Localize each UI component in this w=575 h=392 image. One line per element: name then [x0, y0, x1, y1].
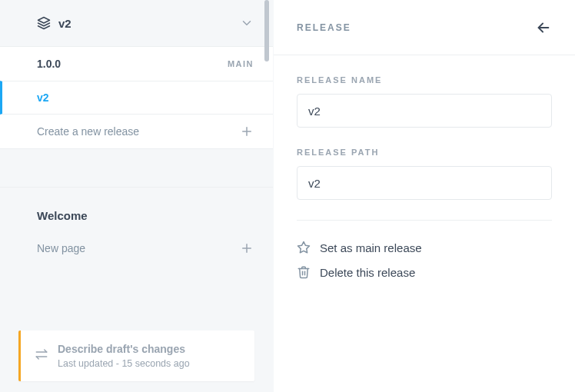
set-main-release-action[interactable]: Set as main release — [297, 241, 552, 254]
panel-header: RELEASE — [274, 0, 575, 55]
set-main-label: Set as main release — [320, 241, 422, 254]
release-name: 1.0.0 — [37, 58, 61, 70]
sidebar-spacer — [0, 149, 273, 188]
divider — [297, 220, 552, 221]
stack-icon — [37, 16, 51, 30]
release-path-input[interactable] — [297, 166, 552, 200]
trash-icon — [297, 265, 311, 279]
create-release-label: Create a new release — [37, 125, 139, 138]
field-label-name: RELEASE NAME — [297, 75, 552, 85]
chevron-down-icon — [240, 16, 254, 30]
release-dropdown-label: v2 — [58, 17, 71, 30]
detail-panel: RELEASE RELEASE NAME RELEASE PATH Set as… — [274, 0, 575, 392]
release-name: v2 — [37, 91, 49, 104]
new-page-label: New page — [37, 242, 85, 254]
field-release-path: RELEASE PATH — [297, 148, 552, 200]
draft-card-container: Describe draft's changes Last updated - … — [0, 331, 273, 392]
pages-heading: Welcome — [0, 209, 273, 231]
draft-card[interactable]: Describe draft's changes Last updated - … — [18, 331, 254, 381]
star-icon — [297, 241, 311, 254]
draft-subtitle: Last updated - 15 seconds ago — [58, 358, 242, 369]
release-dropdown[interactable]: v2 — [0, 0, 273, 46]
release-main-tag: MAIN — [228, 59, 254, 68]
create-release-row[interactable]: Create a new release — [0, 115, 273, 148]
delete-label: Delete this release — [320, 266, 415, 279]
delete-release-action[interactable]: Delete this release — [297, 265, 552, 279]
plus-icon — [240, 241, 254, 255]
panel-header-title: RELEASE — [297, 22, 351, 33]
back-icon[interactable] — [535, 19, 552, 36]
svg-marker-6 — [298, 242, 310, 253]
sidebar: v2 1.0.0 MAIN v2 Create a new release We — [0, 0, 274, 392]
release-row-selected[interactable]: v2 — [0, 81, 273, 115]
field-label-path: RELEASE PATH — [297, 148, 552, 157]
draft-title: Describe draft's changes — [58, 343, 242, 355]
release-name-input[interactable] — [297, 94, 552, 128]
plus-icon — [240, 125, 254, 138]
changes-icon — [35, 347, 48, 361]
release-row-main[interactable]: 1.0.0 MAIN — [0, 47, 273, 81]
new-page-row[interactable]: New page — [0, 231, 273, 265]
panel-body: RELEASE NAME RELEASE PATH Set as main re… — [274, 55, 575, 310]
svg-marker-0 — [38, 18, 50, 24]
field-release-name: RELEASE NAME — [297, 75, 552, 128]
release-list: 1.0.0 MAIN v2 Create a new release — [0, 46, 273, 149]
pages-section: Welcome New page — [0, 188, 273, 265]
